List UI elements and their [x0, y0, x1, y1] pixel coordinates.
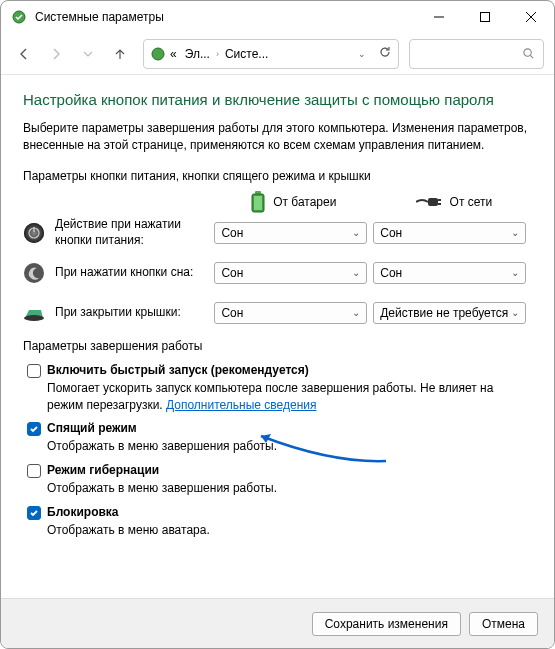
page-description: Выберите параметры завершения работы для…: [23, 120, 532, 155]
sleep-label: Спящий режим: [47, 421, 137, 435]
plug-icon: [416, 196, 442, 208]
more-info-link[interactable]: Дополнительные сведения: [166, 398, 316, 412]
svg-point-14: [24, 315, 44, 321]
svg-rect-1: [481, 13, 490, 22]
power-button-icon: [23, 222, 45, 244]
chevron-down-icon: ⌄: [352, 307, 360, 318]
svg-rect-9: [438, 203, 441, 205]
back-button[interactable]: [11, 41, 37, 67]
footer: Сохранить изменения Отмена: [1, 598, 554, 648]
forward-button[interactable]: [43, 41, 69, 67]
sleep-button-ac-dropdown[interactable]: Сон⌄: [373, 262, 526, 284]
battery-column-header: От батареи: [216, 191, 372, 213]
lid-ac-dropdown[interactable]: Действие не требуется⌄: [373, 302, 526, 324]
fast-startup-label: Включить быстрый запуск (рекомендуется): [47, 363, 309, 377]
refresh-button[interactable]: [378, 45, 392, 62]
fast-startup-desc: Помогает ускорить запуск компьютера посл…: [47, 380, 532, 414]
svg-point-13: [24, 263, 44, 283]
address-bar[interactable]: « Эл... › Систе... ⌄: [143, 39, 399, 69]
minimize-button[interactable]: [416, 1, 462, 33]
search-icon: [522, 47, 535, 60]
power-grid: От батареи От сети Действие при нажатии …: [23, 191, 532, 333]
svg-point-2: [152, 48, 164, 60]
maximize-button[interactable]: [462, 1, 508, 33]
up-button[interactable]: [107, 41, 133, 67]
chevron-right-icon: ›: [214, 49, 221, 59]
system-icon: [11, 9, 27, 25]
fast-startup-checkbox[interactable]: [27, 364, 41, 378]
chevron-down-icon: ⌄: [352, 267, 360, 278]
breadcrumb-prefix: «: [166, 47, 181, 61]
window-title: Системные параметры: [35, 10, 416, 24]
svg-point-11: [24, 223, 44, 243]
sleep-button-row: При нажатии кнопки сна: Сон⌄ Сон⌄: [23, 253, 532, 293]
hibernate-label: Режим гибернации: [47, 463, 159, 477]
sleep-button-label: При нажатии кнопки сна:: [55, 265, 214, 281]
power-button-battery-dropdown[interactable]: Сон⌄: [214, 222, 367, 244]
sleep-checkbox[interactable]: [27, 422, 41, 436]
lid-label: При закрытии крышки:: [55, 305, 214, 321]
sleep-button-icon: [23, 262, 45, 284]
chevron-down-icon: ⌄: [511, 267, 519, 278]
chevron-down-icon: ⌄: [511, 307, 519, 318]
sleep-desc: Отображать в меню завершения работы.: [47, 438, 532, 455]
page-title: Настройка кнопок питания и включение защ…: [23, 91, 532, 108]
laptop-lid-icon: [23, 302, 45, 324]
lid-row: При закрытии крышки: Сон⌄ Действие не тр…: [23, 293, 532, 333]
breadcrumb-item-1[interactable]: Эл...: [181, 47, 214, 61]
close-button[interactable]: [508, 1, 554, 33]
battery-icon: [251, 191, 265, 213]
lock-label: Блокировка: [47, 505, 119, 519]
navbar: « Эл... › Систе... ⌄: [1, 33, 554, 75]
chevron-down-icon: ⌄: [352, 227, 360, 238]
lid-battery-dropdown[interactable]: Сон⌄: [214, 302, 367, 324]
lock-item: Блокировка Отображать в меню аватара.: [23, 505, 532, 539]
save-button[interactable]: Сохранить изменения: [312, 612, 461, 636]
address-icon: [150, 46, 166, 62]
search-input[interactable]: [409, 39, 544, 69]
svg-rect-7: [428, 198, 438, 206]
recent-dropdown[interactable]: [75, 41, 101, 67]
window-controls: [416, 1, 554, 33]
address-chevron-icon[interactable]: ⌄: [356, 49, 368, 59]
svg-point-3: [524, 49, 531, 56]
titlebar: Системные параметры: [1, 1, 554, 33]
content-area: Настройка кнопок питания и включение защ…: [1, 75, 554, 539]
lock-checkbox[interactable]: [27, 506, 41, 520]
shutdown-options: Включить быстрый запуск (рекомендуется) …: [23, 363, 532, 539]
hibernate-item: Режим гибернации Отображать в меню завер…: [23, 463, 532, 497]
ac-column-header: От сети: [376, 195, 532, 209]
svg-rect-6: [254, 196, 262, 210]
lock-desc: Отображать в меню аватара.: [47, 522, 532, 539]
sleep-button-battery-dropdown[interactable]: Сон⌄: [214, 262, 367, 284]
power-button-label: Действие при нажатии кнопки питания:: [55, 217, 214, 248]
power-button-row: Действие при нажатии кнопки питания: Сон…: [23, 213, 532, 253]
ac-label: От сети: [450, 195, 493, 209]
battery-label: От батареи: [273, 195, 336, 209]
sleep-item: Спящий режим Отображать в меню завершени…: [23, 421, 532, 455]
hibernate-desc: Отображать в меню завершения работы.: [47, 480, 532, 497]
fast-startup-item: Включить быстрый запуск (рекомендуется) …: [23, 363, 532, 414]
power-buttons-section-title: Параметры кнопки питания, кнопки спящего…: [23, 169, 532, 183]
cancel-button[interactable]: Отмена: [469, 612, 538, 636]
shutdown-section-title: Параметры завершения работы: [23, 339, 532, 353]
power-button-ac-dropdown[interactable]: Сон⌄: [373, 222, 526, 244]
svg-rect-8: [438, 199, 441, 201]
breadcrumb-item-2[interactable]: Систе...: [221, 47, 272, 61]
hibernate-checkbox[interactable]: [27, 464, 41, 478]
power-grid-header: От батареи От сети: [23, 191, 532, 213]
chevron-down-icon: ⌄: [511, 227, 519, 238]
